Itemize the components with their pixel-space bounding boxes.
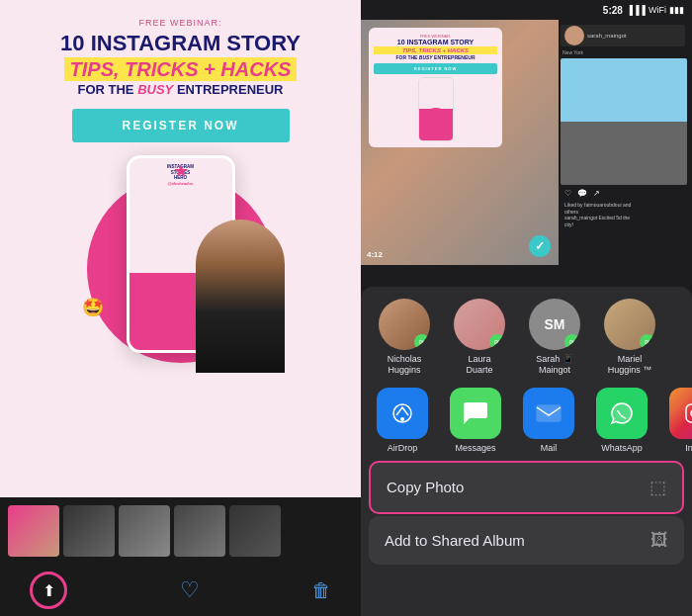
mail-icon [523, 388, 574, 439]
thumbnail-item[interactable] [63, 505, 115, 557]
ig-heart-icon: ♡ [564, 189, 571, 198]
main-post-container: FREE WEBINAR: 10 INSTAGRAM STORY TIPS, T… [361, 20, 559, 287]
contact-avatar-laura: ✉ [454, 299, 505, 350]
title-line1: 10 INSTAGRAM STORY [60, 32, 301, 55]
title-line3-post: ENTREPRENEUR [173, 82, 283, 97]
app-name-messages: Messages [455, 443, 495, 453]
card-title: 10 INSTAGRAM STORY [374, 39, 497, 46]
airdrop-icon [377, 388, 428, 439]
svg-rect-2 [537, 405, 561, 421]
thumbnail-item[interactable] [8, 505, 59, 557]
app-item-instagram[interactable]: Ins... [661, 388, 692, 453]
contact-item-mariel[interactable]: ✉ MarielHuggins ™ [594, 299, 665, 376]
bridge-image [561, 58, 687, 185]
left-content: FREE WEBINAR: 10 INSTAGRAM STORY TIPS, T… [0, 0, 361, 497]
instagram-icon [669, 388, 692, 439]
share-button[interactable]: ⬆ [30, 572, 67, 609]
contact-name-mariel: MarielHuggins ™ [608, 354, 652, 376]
app-name-whatsapp: WhatsApp [601, 443, 643, 453]
title-line3-italic: busy [137, 82, 173, 97]
message-icon: ✉ [569, 338, 576, 347]
add-to-album-label: Add to Shared Album [385, 532, 525, 549]
card-subtitle: TIPS, TRICKS + HACKS [374, 46, 497, 54]
message-badge: ✉ [640, 334, 655, 350]
whatsapp-icon [596, 388, 648, 439]
ig-caption: Liked by fatmouaroubdoui andotherssarah_… [561, 202, 685, 227]
person-body [196, 220, 285, 373]
app-item-messages[interactable]: Messages [442, 388, 509, 453]
status-bar: 5:28 ▐▐▐ WiFi ▮▮▮ [361, 0, 692, 20]
copy-photo-label: Copy Photo [387, 479, 464, 495]
contact-avatar-sarah: SM ✉ [529, 299, 580, 350]
message-badge: ✉ [414, 334, 430, 350]
app-name-mail: Mail [541, 443, 558, 453]
add-to-shared-album-action[interactable]: Add to Shared Album 🖼 [369, 516, 684, 565]
thumbnail-item[interactable] [174, 505, 225, 557]
message-badge: ✉ [564, 334, 580, 350]
webinar-label: FREE WEBINAR: [138, 18, 221, 28]
ig-username: sarah_maingot [587, 33, 627, 39]
apps-row: AirDrop Messages Mail [361, 384, 692, 461]
message-icon: ✉ [419, 338, 426, 347]
emoji-decoration: 🤩 [82, 297, 104, 318]
status-time: 5:28 [603, 5, 623, 16]
ig-share-icon: ↗ [593, 189, 600, 198]
contact-name-sarah: Sarah 📱Maingot [536, 354, 573, 376]
title-line3: FOR THE busy ENTREPRENEUR [60, 83, 301, 97]
selected-checkmark: ✓ [529, 235, 551, 257]
app-name-airdrop: AirDrop [388, 443, 418, 453]
video-timer: 4:12 [367, 250, 383, 259]
thumbnail-strip [0, 497, 361, 565]
register-now-button[interactable]: REGISTER NOW [72, 109, 290, 142]
thumbnail-item[interactable] [119, 505, 170, 557]
overlay-card: FREE WEBINAR: 10 INSTAGRAM STORY TIPS, T… [369, 28, 502, 147]
message-icon: ✉ [494, 338, 501, 347]
copy-photo-icon: ⬚ [649, 477, 666, 498]
app-item-airdrop[interactable]: AirDrop [369, 388, 436, 453]
person-figure [196, 220, 285, 373]
app-item-mail[interactable]: Mail [515, 388, 582, 453]
contacts-row: ✉ NicholasHuggins ✉ LauraDuarte SM ✉ Sar… [361, 287, 692, 384]
svg-point-3 [611, 402, 633, 424]
ig-avatar [564, 26, 584, 45]
ig-action-bar: ♡ 💬 ↗ [561, 187, 685, 200]
share-icon: ⬆ [43, 581, 55, 600]
right-panel: 5:28 ▐▐▐ WiFi ▮▮▮ FREE WEBINAR: 10 INSTA… [361, 0, 692, 616]
heart-icon[interactable]: ♡ [180, 577, 200, 603]
wifi-icon: WiFi [649, 5, 666, 15]
copy-photo-action[interactable]: Copy Photo ⬚ [369, 461, 684, 514]
contact-item-nicholas[interactable]: ✉ NicholasHuggins [369, 299, 440, 376]
signal-icon: ▐▐▐ [627, 5, 646, 15]
contact-item-sarah[interactable]: SM ✉ Sarah 📱Maingot [519, 299, 590, 376]
card-phone-area [374, 77, 497, 141]
title-line2: TIPS, TRICKS + HACKS [64, 57, 298, 81]
trash-icon[interactable]: 🗑 [311, 579, 331, 602]
star-icon: ★ [173, 160, 189, 182]
share-sheet: ✉ NicholasHuggins ✉ LauraDuarte SM ✉ Sar… [361, 287, 692, 616]
ig-comment-icon: 💬 [577, 189, 587, 198]
action-list: Copy Photo ⬚ Add to Shared Album 🖼 [361, 461, 692, 616]
left-panel: FREE WEBINAR: 10 INSTAGRAM STORY TIPS, T… [0, 0, 361, 616]
phone-graphic: INSTAGRAMSTORIESHERO @alexbeadon ★ 🤩 [62, 155, 300, 373]
ig-header-bar: sarah_maingot [561, 25, 685, 46]
ig-sidebar: sarah_maingot New York ♡ 💬 ↗ Liked by fa… [559, 20, 687, 287]
checkmark-icon: ✓ [535, 239, 545, 253]
contact-initials-sarah: SM [545, 316, 565, 332]
contact-avatar-nicholas: ✉ [379, 299, 430, 350]
title-line3-pre: FOR THE [77, 82, 137, 97]
app-item-whatsapp[interactable]: WhatsApp [588, 388, 655, 453]
battery-icon: ▮▮▮ [669, 5, 684, 15]
contact-item-laura[interactable]: ✉ LauraDuarte [444, 299, 515, 376]
instagram-preview: FREE WEBINAR: 10 INSTAGRAM STORY TIPS, T… [361, 20, 692, 287]
thumbnail-item[interactable] [229, 505, 281, 557]
add-album-icon: 🖼 [650, 530, 668, 551]
message-badge: ✉ [489, 334, 505, 350]
status-icons: ▐▐▐ WiFi ▮▮▮ [627, 5, 684, 15]
ig-post-image [561, 58, 687, 185]
contact-name-nicholas: NicholasHuggins [388, 354, 422, 376]
card-line3: FOR THE busy ENTREPRENEUR [374, 54, 497, 60]
ig-location: New York [561, 48, 685, 56]
messages-icon [450, 388, 501, 439]
card-pink-circle [422, 108, 450, 135]
contact-name-laura: LauraDuarte [466, 354, 492, 376]
